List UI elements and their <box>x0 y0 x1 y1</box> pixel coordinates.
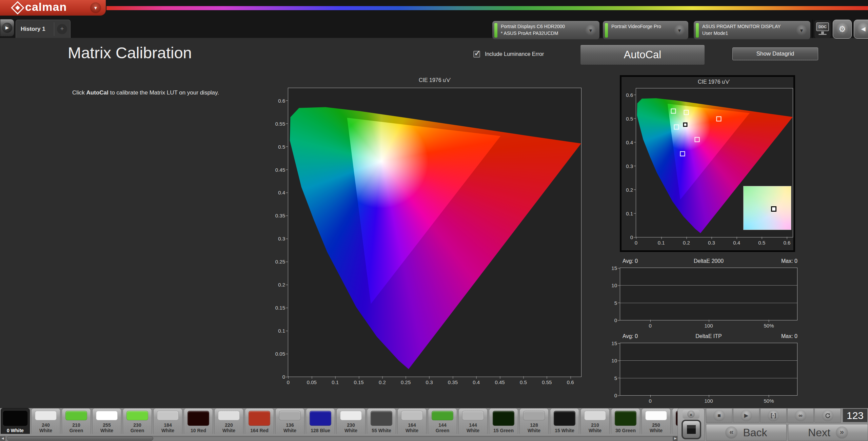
display-connected-indicator <box>696 23 699 38</box>
y-tick-label: 0 <box>630 234 633 240</box>
meter-target: * ASUS ProArt PA32UCDM <box>501 30 565 37</box>
patch-tile-10-red[interactable]: 10 Red <box>184 408 213 434</box>
patch-tile-0-white[interactable]: 0 White <box>1 408 30 434</box>
scroll-left-icon[interactable]: ◀ <box>0 436 5 441</box>
ddc-control-button[interactable]: DDC <box>814 20 831 38</box>
patch-scrollbar[interactable]: ◀ ▶ <box>0 436 678 441</box>
expand-patch-panel-button[interactable]: ▲ <box>683 410 699 419</box>
tab-history-1[interactable]: History 1 + <box>16 20 71 38</box>
x-tick-label: 0.35 <box>448 379 458 385</box>
show-datagrid-button[interactable]: Show Datagrid <box>732 47 818 60</box>
calman-app-window: calman ▼ ▶ History 1 + Portrait Displays… <box>0 0 868 441</box>
patch-swatch <box>554 411 575 426</box>
patch-label: 230Green <box>123 423 152 433</box>
play-icon: ▶ <box>2 23 12 33</box>
y-tick-label: 5 <box>614 300 617 306</box>
tab-divider <box>54 22 54 36</box>
patch-tile-55-white[interactable]: 55 White <box>367 408 396 434</box>
refresh-icon <box>822 410 833 421</box>
y-tick-label: 0.2 <box>278 282 285 288</box>
y-tick-label: 0 <box>614 393 617 398</box>
patch-tile-230-green[interactable]: 230Green <box>123 408 152 434</box>
stop-measure-button[interactable]: ■ <box>706 408 732 423</box>
x-tick-label: 50% <box>764 398 774 404</box>
patch-tile-220-white[interactable]: 220White <box>214 408 243 434</box>
patch-tile-128-blue[interactable]: 128 Blue <box>306 408 335 434</box>
scrollbar-thumb[interactable] <box>7 436 153 441</box>
deltae-itp-chart: 010050%151050 <box>620 343 797 396</box>
patch-tile-210-white[interactable]: 210White <box>580 408 610 434</box>
settings-button[interactable]: ⚙ <box>833 20 852 39</box>
calman-logo-menu[interactable]: calman ▼ <box>0 0 106 16</box>
measurement-marker-cyan <box>674 125 679 130</box>
rainbow-accent-strip <box>106 6 868 10</box>
deltae2000-header: Avg: 0 DeltaE 2000 Max: 0 <box>620 258 797 266</box>
session-play-button[interactable]: ▶ <box>0 19 14 37</box>
deltae2000-max: Max: 0 <box>781 258 797 264</box>
patch-tile-128-white[interactable]: 128White <box>519 408 549 434</box>
patch-label: 128 Blue <box>306 428 335 433</box>
x-tick-label: 0.5 <box>758 240 765 246</box>
refresh-measure-button[interactable] <box>814 408 841 423</box>
y-tick-label: 0.35 <box>275 213 285 218</box>
cie-small-chart-title: CIE 1976 u'v' <box>635 79 792 85</box>
patch-tile-250-white[interactable]: 250White <box>642 408 671 434</box>
measure-button[interactable]: ▶ <box>733 408 760 423</box>
patch-tile-210-green[interactable]: 210Green <box>62 408 91 434</box>
include-luminance-error-checkbox[interactable]: ✓ Include Luminance Error <box>473 51 544 58</box>
patch-label: 55 White <box>367 428 396 433</box>
y-tick-label: 0.1 <box>278 328 285 334</box>
series-measure-icon: [·] <box>768 410 779 421</box>
patch-tile-164-red[interactable]: 164 Red <box>245 408 274 434</box>
chevron-down-icon[interactable]: ▼ <box>796 25 807 36</box>
display-dropdown[interactable]: ASUS PROART MONITOR DISPLAYUser Mode1 ▼ <box>694 21 810 39</box>
deltae-itp-header: Avg: 0 DeltaE ITP Max: 0 <box>620 333 797 341</box>
patch-tile-30-green[interactable]: 30 Green <box>611 408 640 434</box>
chevron-down-icon[interactable]: ▼ <box>674 25 685 36</box>
x-tick-label: 0.5 <box>520 379 527 385</box>
cie-small-chart-frame: CIE 1976 u'v' 00.10.20.30.40.50.60.60.50… <box>620 75 795 252</box>
patch-label: 230White <box>337 423 365 433</box>
instruction-suffix: to calibrate the Matrix LUT on your disp… <box>108 89 219 96</box>
y-tick-label: 5 <box>614 375 617 381</box>
patch-tile-184-white[interactable]: 184White <box>153 408 182 434</box>
back-chevrons-icon: « <box>725 426 737 439</box>
meter-dropdown[interactable]: Portrait Displays C6 HDR2000* ASUS ProAr… <box>492 21 599 39</box>
x-tick-label: 0 <box>635 240 637 246</box>
patch-tile-15-green[interactable]: 15 Green <box>489 408 518 434</box>
patch-swatch <box>157 411 179 420</box>
source-dropdown[interactable]: Portrait VideoForge Pro ▼ <box>603 21 688 39</box>
autocal-button[interactable]: AutoCal <box>580 45 705 65</box>
y-tick-label: 0.2 <box>626 187 633 192</box>
next-button[interactable]: Next » <box>788 424 868 441</box>
gridline <box>620 378 797 378</box>
patch-label: 0 White <box>1 428 29 433</box>
patch-tile-144-green[interactable]: 144Green <box>428 408 457 434</box>
add-tab-button[interactable]: + <box>57 24 67 34</box>
back-button[interactable]: « Back <box>706 424 787 441</box>
x-tick-label: 0 <box>287 379 290 385</box>
measure-series-button[interactable]: [·] <box>760 408 787 423</box>
chevron-down-icon[interactable]: ▼ <box>585 25 596 36</box>
patch-label: 250White <box>642 423 670 433</box>
patch-tile-164-white[interactable]: 164White <box>397 408 427 434</box>
patch-tile-136-white[interactable]: 136White <box>275 408 304 434</box>
deltae2000-title: DeltaE 2000 <box>620 258 797 264</box>
patch-tile-230-white[interactable]: 230White <box>336 408 366 434</box>
patch-window-toggle-button[interactable] <box>682 420 701 439</box>
infinity-icon: ∞ <box>795 410 806 421</box>
measurement-marker-red <box>716 116 721 121</box>
patch-tile-144-white[interactable]: 144White <box>458 408 488 434</box>
patch-tile-255-white[interactable]: 255White <box>92 408 121 434</box>
x-tick-label: 0 <box>649 323 652 329</box>
collapse-panel-button[interactable]: ◀ <box>854 20 868 39</box>
continuous-measure-button[interactable]: ∞ <box>787 408 814 423</box>
checkbox-box[interactable]: ✓ <box>473 51 480 58</box>
instruction-bold: AutoCal <box>86 89 108 96</box>
patch-tile-240-white[interactable]: 240White <box>31 408 60 434</box>
tab-label: History 1 <box>16 26 54 33</box>
patch-tile-15-white[interactable]: 15 White <box>550 408 579 434</box>
ddc-monitor-base <box>818 34 827 35</box>
y-tick-label: 0.4 <box>626 139 633 145</box>
main-menu-dropdown-icon[interactable]: ▼ <box>90 2 101 13</box>
